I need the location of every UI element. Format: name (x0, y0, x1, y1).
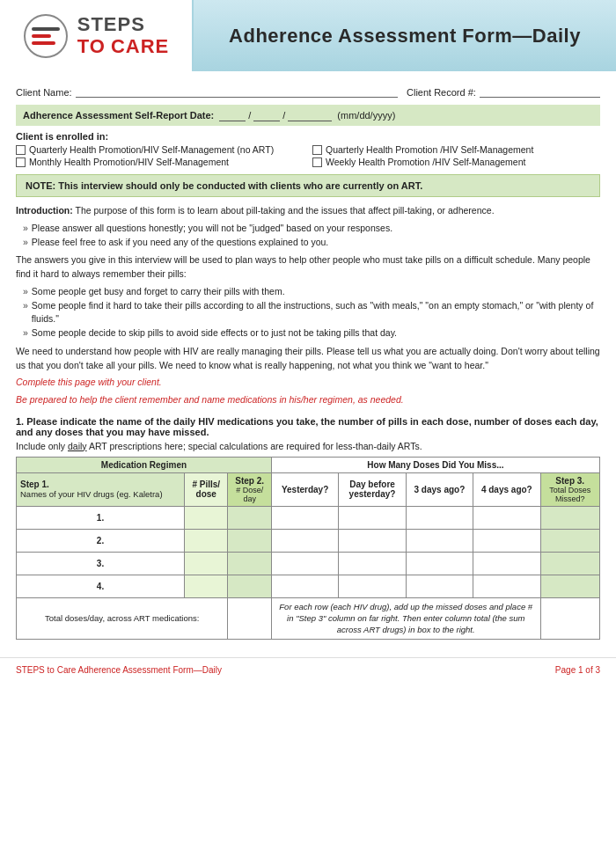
client-record-input[interactable] (480, 84, 600, 98)
row-2-total[interactable] (540, 529, 599, 552)
row-1-dose[interactable] (228, 506, 271, 529)
row-3-dose[interactable] (228, 552, 271, 575)
col-header-step1: Step 1. Names of your HIV drugs (eg. Kal… (17, 472, 185, 506)
row-2-yesterday[interactable] (271, 529, 338, 552)
question-1-title: 1. Please indicate the name of the daily… (16, 416, 600, 437)
question-1-section: 1. Please indicate the name of the daily… (16, 416, 600, 640)
total-instructions: For each row (each HIV drug), add up the… (271, 597, 540, 639)
client-name-field: Client Name: (16, 84, 398, 98)
intro-bullet-1: » Please answer all questions honestly; … (23, 222, 600, 236)
enrollment-option-2: Quarterly Health Promotion /HIV Self-Man… (312, 144, 600, 155)
col-header-4days: 4 days ago? (473, 472, 540, 506)
svg-rect-2 (32, 34, 51, 38)
checkbox-2[interactable] (312, 145, 322, 155)
question-1-text: Please indicate the name of the daily HI… (16, 416, 598, 437)
logo-to-text: TO (77, 36, 106, 57)
note-box: NOTE: This interview should only be cond… (16, 174, 600, 197)
intro-bullet-text-5: Some people decide to skip pills to avoi… (32, 326, 397, 340)
row-2-3days[interactable] (406, 529, 473, 552)
bullet-arrow-5: » (23, 326, 28, 340)
row-1-4days[interactable] (473, 506, 540, 529)
total-dose-day[interactable] (228, 597, 271, 639)
row-3-yesterday[interactable] (271, 552, 338, 575)
date-format-text: (mm/dd/yyyy) (337, 110, 395, 121)
row-2-4days[interactable] (473, 529, 540, 552)
row-3-total[interactable] (540, 552, 599, 575)
intro-bullet-text-4: Some people find it hard to take their p… (32, 299, 600, 327)
svg-rect-3 (32, 41, 55, 45)
intro-bullet-2: » Please feel free to ask if you need an… (23, 236, 600, 250)
row-4-4days[interactable] (473, 575, 540, 597)
italic-instruction-1: Complete this page with your client. (16, 376, 600, 390)
enrolled-section: Client is enrolled in: Quarterly Health … (16, 131, 600, 167)
row-4-num: 4. (17, 575, 185, 597)
row-3-3days[interactable] (406, 552, 473, 575)
client-record-field: Client Record #: (407, 84, 600, 98)
col-header-daybefore: Day before yesterday? (339, 472, 406, 506)
date-day-input[interactable] (253, 109, 280, 121)
intro-bold-label: Introduction: (16, 205, 73, 216)
row-3-daybefore[interactable] (339, 552, 406, 575)
bullet-arrow-4: » (23, 299, 28, 327)
checkbox-3[interactable] (16, 157, 26, 167)
intro-bullet-text-1: Please answer all questions honestly; yo… (32, 222, 392, 236)
enrollment-option-3: Monthly Health Promotion/HIV Self-Manage… (16, 157, 304, 167)
row-4-dose[interactable] (228, 575, 271, 597)
col-header-yesterday: Yesterday? (271, 472, 338, 506)
bullet-arrow-3: » (23, 285, 28, 299)
total-label: Total doses/day, across ART medications: (17, 597, 228, 639)
total-missed[interactable] (540, 597, 599, 639)
checkbox-4[interactable] (312, 157, 322, 167)
intro-para-3: We need to understand how people with HI… (16, 345, 600, 373)
logo-care-text: CARE (111, 36, 169, 57)
logo-area: STEPS TO CARE (0, 0, 194, 71)
row-2-dose[interactable] (228, 529, 271, 552)
col-header-3days: 3 days ago? (406, 472, 473, 506)
enrollment-options: Quarterly Health Promotion/HIV Self-Mana… (16, 144, 600, 167)
row-2-pills[interactable] (185, 529, 228, 552)
row-4-yesterday[interactable] (271, 575, 338, 597)
row-2-daybefore[interactable] (339, 529, 406, 552)
table-header-right: How Many Doses Did You Miss... (271, 457, 599, 472)
client-name-input[interactable] (76, 84, 398, 98)
row-3-pills[interactable] (185, 552, 228, 575)
table-row-3: 3. (17, 552, 600, 575)
note-title: NOTE: This interview should only be cond… (26, 180, 422, 191)
enrollment-label-1: Quarterly Health Promotion/HIV Self-Mana… (29, 144, 274, 155)
checkbox-1[interactable] (16, 145, 26, 155)
row-4-3days[interactable] (406, 575, 473, 597)
intro-para-1: Introduction: The purpose of this form i… (16, 204, 600, 218)
date-label: Adherence Assessment Self-Report Date: (23, 110, 214, 121)
page-header: STEPS TO CARE Adherence Assessment Form—… (0, 0, 616, 71)
table-header-left: Medication Regimen (17, 457, 272, 472)
footer-right-text: Page 1 of 3 (555, 665, 600, 675)
footer-left-text: STEPS to Care Adherence Assessment Form—… (16, 665, 222, 675)
date-month-input[interactable] (219, 109, 246, 121)
enrollment-option-1: Quarterly Health Promotion/HIV Self-Mana… (16, 144, 304, 155)
row-1-yesterday[interactable] (271, 506, 338, 529)
table-row-1: 1. (17, 506, 600, 529)
intro-section: Introduction: The purpose of this form i… (16, 204, 600, 407)
question-1-number: 1. (16, 416, 26, 427)
bullet-arrow-2: » (23, 236, 28, 250)
row-1-pills[interactable] (185, 506, 228, 529)
row-1-total[interactable] (540, 506, 599, 529)
medication-table: Medication Regimen How Many Doses Did Yo… (16, 457, 600, 640)
intro-para-2: The answers you give in this interview w… (16, 253, 600, 282)
client-record-label: Client Record #: (407, 87, 476, 98)
row-1-daybefore[interactable] (339, 506, 406, 529)
intro-bullet-3: » Some people get busy and forget to car… (23, 285, 600, 299)
italic-instruction-2: Be prepared to help the client remember … (16, 393, 600, 407)
date-year-input[interactable] (288, 109, 332, 121)
row-4-pills[interactable] (185, 575, 228, 597)
question-1-note: Include only daily ART prescriptions her… (16, 441, 600, 451)
intro-bullet-text-2: Please feel free to ask if you need any … (32, 236, 328, 250)
row-3-4days[interactable] (473, 552, 540, 575)
row-4-total[interactable] (540, 575, 599, 597)
enrollment-label-3: Monthly Health Promotion/HIV Self-Manage… (29, 157, 229, 167)
table-row-4: 4. (17, 575, 600, 597)
row-1-3days[interactable] (406, 506, 473, 529)
form-title: Adherence Assessment Form—Daily (229, 25, 581, 47)
table-total-row: Total doses/day, across ART medications:… (17, 597, 600, 639)
row-4-daybefore[interactable] (339, 575, 406, 597)
